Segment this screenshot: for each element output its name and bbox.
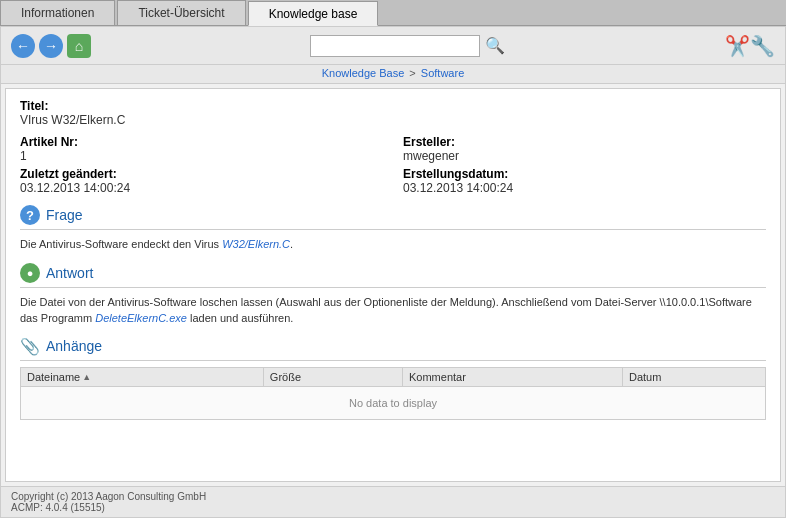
creation-date-label: Erstellungsdatum: [403,167,508,181]
toolbar-right: ✂️🔧 [725,34,775,58]
paperclip-icon: 📎 [20,337,40,356]
footer-line2: ACMP: 4.0.4 (15515) [11,502,775,513]
content-area: Titel: VIrus W32/Elkern.C Artikel Nr: 1 … [5,88,781,482]
article-meta: Titel: VIrus W32/Elkern.C Artikel Nr: 1 … [20,99,766,195]
answer-title: Antwort [46,265,93,281]
breadcrumb: Knowledge Base > Software [1,65,785,84]
question-title: Frage [46,207,83,223]
col-datum: Datum [622,367,765,386]
creator-col: Ersteller: mwegener [403,135,766,163]
answer-content: Die Datei von der Antivirus-Software los… [20,294,766,327]
no-data-row: No data to display [21,386,766,419]
question-text-italic: W32/Elkern.C [222,238,290,250]
question-text-prefix: Die Antivirus-Software endeckt den Virus [20,238,222,250]
article-nr-label: Artikel Nr: [20,135,78,149]
creator-label: Ersteller: [403,135,455,149]
answer-section-header: ● Antwort [20,263,766,288]
tab-bar: Informationen Ticket-Übersicht Knowledge… [0,0,786,26]
col-dateiname: Dateiname ▲ [21,367,264,386]
last-changed-col: Zuletzt geändert: 03.12.2013 14:00:24 [20,167,383,195]
answer-text-suffix: laden und ausführen. [187,312,293,324]
title-value: VIrus W32/Elkern.C [20,113,125,127]
no-data-cell: No data to display [21,386,766,419]
question-content: Die Antivirus-Software endeckt den Virus… [20,236,766,253]
toolbar-center: 🔍 [310,35,506,57]
col-kommentar: Kommentar [403,367,623,386]
attachments-table: Dateiname ▲ Größe Kommentar Datum [20,367,766,420]
tab-knowledge-base[interactable]: Knowledge base [248,1,379,26]
meta-row-2: Zuletzt geändert: 03.12.2013 14:00:24 Er… [20,167,766,195]
footer: Copyright (c) 2013 Aagon Consulting GmbH… [1,486,785,517]
breadcrumb-knowledge-base[interactable]: Knowledge Base [322,67,405,79]
title-label: Titel: [20,99,48,113]
tab-ticket-ubersicht[interactable]: Ticket-Übersicht [117,0,245,25]
last-changed-value: 03.12.2013 14:00:24 [20,181,130,195]
meta-row-1: Artikel Nr: 1 Ersteller: mwegener [20,135,766,163]
breadcrumb-separator: > [409,67,415,79]
home-button[interactable]: ⌂ [67,34,91,58]
search-input[interactable] [310,35,480,57]
table-header-row: Dateiname ▲ Größe Kommentar Datum [21,367,766,386]
sort-icon: ▲ [82,372,91,382]
article-nr-value: 1 [20,149,27,163]
question-text-suffix: . [290,238,293,250]
search-button[interactable]: 🔍 [484,35,506,57]
main-area: ← → ⌂ 🔍 ✂️🔧 Knowledge Base > Software Ti… [0,26,786,518]
creation-date-value: 03.12.2013 14:00:24 [403,181,513,195]
forward-button[interactable]: → [39,34,63,58]
question-icon: ? [20,205,40,225]
attachments-title: Anhänge [46,338,102,354]
search-icon: 🔍 [485,37,505,54]
article-title-row: Titel: VIrus W32/Elkern.C [20,99,766,127]
tab-informationen[interactable]: Informationen [0,0,115,25]
tools-icon: ✂️🔧 [725,34,775,58]
last-changed-label: Zuletzt geändert: [20,167,117,181]
answer-icon: ● [20,263,40,283]
toolbar-left: ← → ⌂ [11,34,91,58]
breadcrumb-software[interactable]: Software [421,67,464,79]
footer-line1: Copyright (c) 2013 Aagon Consulting GmbH [11,491,775,502]
question-section-header: ? Frage [20,205,766,230]
toolbar: ← → ⌂ 🔍 ✂️🔧 [1,27,785,65]
creator-value: mwegener [403,149,459,163]
col-grosse: Größe [263,367,402,386]
answer-text-italic: DeleteElkernC.exe [95,312,187,324]
back-button[interactable]: ← [11,34,35,58]
dateiname-sort[interactable]: Dateiname ▲ [27,371,91,383]
creation-date-col: Erstellungsdatum: 03.12.2013 14:00:24 [403,167,766,195]
attachments-section-header: 📎 Anhänge [20,337,766,361]
article-nr-col: Artikel Nr: 1 [20,135,383,163]
